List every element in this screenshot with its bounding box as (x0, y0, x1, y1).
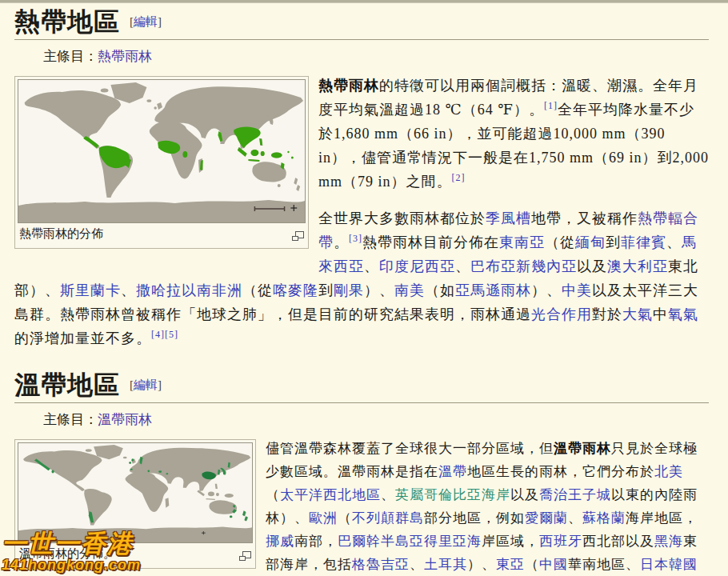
wiki-link[interactable]: 菲律賓 (621, 234, 666, 250)
text-run: 中 (653, 306, 668, 322)
wiki-link[interactable]: 光合作用 (531, 306, 592, 322)
wiki-link[interactable]: 亞馬遜雨林 (455, 282, 531, 298)
text-run: 岸區域， (482, 534, 539, 549)
magnify-icon[interactable] (239, 548, 251, 566)
wiki-link[interactable]: 氧氣 (668, 306, 698, 322)
wiki-link[interactable]: 喀麥隆 (273, 282, 318, 298)
wiki-link[interactable]: 英屬哥倫比亞海岸 (395, 487, 510, 502)
text-run: （從 (242, 282, 273, 298)
wiki-link[interactable]: 澳大利亞 (607, 258, 668, 274)
text-run: 熱帶雨林目前分佈在 (362, 234, 499, 250)
temperate-distribution-map[interactable] (18, 442, 253, 543)
wiki-link[interactable]: 亞得里亞海 (410, 534, 482, 549)
reference-sup: [1] (544, 100, 558, 111)
text-run: 、 (568, 510, 582, 526)
edit-bracket-close: ] (158, 378, 162, 391)
article-page: 熱帶地區[編輯] 主條目：熱帶雨林 (0, 0, 728, 576)
edit-link[interactable]: 編輯 (134, 15, 158, 28)
text-run: 對於 (592, 306, 622, 322)
text-run: 地區生長的雨林，它們分布於 (467, 464, 654, 479)
text-run: 。 (334, 234, 349, 250)
wiki-link[interactable]: 韓國 (669, 557, 698, 572)
bold-term: 熱帶雨林 (318, 78, 379, 94)
text-run: （ (338, 510, 352, 526)
wiki-link[interactable]: 東南亞 (499, 234, 545, 250)
text-run: 、 (381, 487, 395, 502)
edit-link[interactable]: 編輯 (134, 378, 158, 391)
text-run: 地帶，又被稱作 (531, 210, 638, 226)
thumbnail-frame: 熱帶雨林的分佈 (14, 76, 309, 249)
text-run: 、 (121, 282, 136, 298)
edit-section: [編輯] (130, 15, 162, 28)
reference-link[interactable]: [1] (544, 100, 558, 111)
text-run: 南部， (294, 534, 338, 549)
wiki-link[interactable]: 巴爾幹半島 (338, 534, 410, 549)
wiki-link[interactable]: 日本 (640, 557, 669, 572)
reference-link[interactable]: [4][5] (151, 329, 178, 340)
wiki-link[interactable]: 季風槽 (486, 210, 531, 226)
wiki-link[interactable]: 南美 (394, 282, 425, 298)
text-run: （ (525, 557, 539, 572)
text-run: 以及 (577, 258, 607, 274)
wiki-link[interactable]: 太平洋西北地區 (280, 487, 381, 502)
wiki-link[interactable]: 溫帶 (438, 464, 467, 479)
reference-sup: [3] (349, 233, 362, 244)
section-heading-tropical: 熱帶地區[編輯] (14, 6, 709, 40)
wiki-link[interactable]: 中國 (539, 557, 568, 572)
wiki-link[interactable]: 黑海 (654, 534, 683, 549)
text-run: 部分地區，例如 (424, 510, 525, 526)
wiki-link[interactable]: 巴布亞新幾內亞 (470, 258, 577, 274)
section-heading-temperate: 溫帶地區[編輯] (14, 370, 709, 403)
text-run: 的淨增加量並不多。 (14, 330, 151, 346)
watermark-site-name: 一世一香港 (2, 531, 141, 556)
wiki-link[interactable]: 喬治王子城 (539, 487, 611, 502)
main-article-note: 主條目：熱帶雨林 (43, 47, 709, 66)
wiki-link[interactable]: 東亞 (496, 557, 525, 572)
section-heading-text: 熱帶地區 (14, 7, 120, 36)
main-article-prefix: 主條目： (43, 49, 98, 64)
tropical-distribution-map[interactable] (18, 79, 306, 223)
wiki-link[interactable]: 印度尼西亞 (379, 258, 455, 274)
wiki-link[interactable]: 愛爾蘭 (525, 510, 568, 526)
wiki-link[interactable]: 撒哈拉以南非洲 (136, 282, 242, 298)
thumbnail-caption: 熱帶雨林的分佈 (18, 223, 306, 246)
text-run: 以及 (510, 487, 539, 502)
text-run: 、 (410, 557, 424, 572)
text-run: 到 (606, 234, 621, 250)
wiki-link[interactable]: 中美 (562, 282, 592, 298)
text-run: ）、 (364, 282, 394, 298)
magnify-icon[interactable] (292, 228, 304, 246)
main-article-link[interactable]: 熱帶雨林 (98, 49, 152, 64)
reference-link[interactable]: [3] (349, 233, 362, 244)
wiki-link[interactable]: 格魯吉亞 (352, 557, 410, 572)
watermark-site-url: 141hongkong.com (2, 558, 141, 572)
text-run: 海岸地區， (626, 510, 698, 526)
wiki-link[interactable]: 北美 (654, 464, 683, 479)
text-run: ）、 (467, 557, 496, 572)
main-article-note: 主條目：溫帶雨林 (43, 410, 709, 429)
reference-sup: [4][5] (151, 329, 178, 340)
text-run: 西北部以及 (582, 534, 654, 549)
previous-content-edge (0, 0, 728, 3)
wiki-link[interactable]: 西班牙 (539, 534, 582, 549)
wiki-link[interactable]: 土耳其 (424, 557, 467, 572)
bold-term: 溫帶雨林 (554, 441, 611, 456)
wiki-link[interactable]: 緬甸 (575, 234, 606, 250)
text-run: 儘管溫帶森林覆蓋了全球很大一部分區域，但 (266, 441, 554, 456)
main-article-link[interactable]: 溫帶雨林 (98, 412, 152, 427)
wiki-link[interactable]: 大氣 (622, 306, 653, 322)
text-run: （ (266, 487, 280, 502)
wiki-link[interactable]: 歐洲 (309, 510, 338, 526)
wiki-link[interactable]: 挪威 (266, 534, 294, 549)
text-run: 、 (364, 258, 379, 274)
edit-bracket-close: ] (158, 15, 162, 28)
wiki-link[interactable]: 蘇格蘭 (582, 510, 626, 526)
wiki-link[interactable]: 不列顛群島 (352, 510, 424, 526)
text-run: 全世界大多數雨林都位於 (318, 210, 486, 226)
wiki-link[interactable]: 斯里蘭卡 (60, 282, 121, 298)
wiki-link[interactable]: 剛果 (334, 282, 364, 298)
text-run: （如 (425, 282, 455, 298)
text-run: （從 (545, 234, 575, 250)
reference-link[interactable]: [2] (452, 172, 466, 183)
forum-watermark: 一世一香港 141hongkong.com (2, 531, 141, 572)
